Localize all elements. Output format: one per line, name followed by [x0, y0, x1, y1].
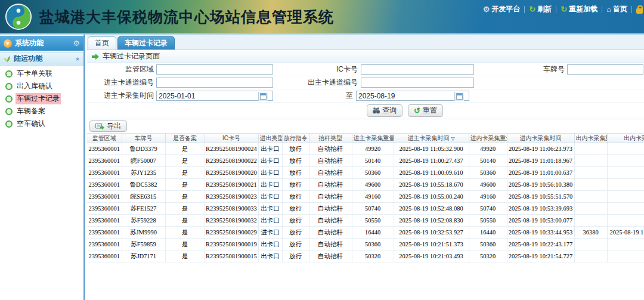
sidebar-item-车辆过卡记录[interactable]: 车辆过卡记录 [0, 92, 83, 105]
sidebar-item-车卡单关联[interactable]: 车卡单关联 [0, 67, 83, 80]
table-row[interactable]: 2395360001苏JM9990是R239525081900029进卡口放行自… [87, 227, 644, 239]
sidebar-menu: 车卡单关联出入库确认车辆过卡记录车辆备案空车确认 [0, 67, 83, 130]
query-button[interactable]: 查询 [367, 104, 402, 117]
column-header-是否备案[interactable]: 是否备案 [165, 134, 205, 143]
table-row[interactable]: 2395360001鲁DC5382是R239525081900021出卡口放行自… [87, 179, 644, 191]
column-header-label: 放行指令 [284, 135, 308, 141]
column-header-车牌号[interactable]: 车牌号 [122, 134, 165, 143]
plate-no-input[interactable] [567, 64, 643, 75]
entry-main-lane-no-input[interactable] [156, 78, 273, 88]
column-header-监管区域[interactable]: 监管区域 [87, 134, 122, 143]
table-row[interactable]: 2395360001苏F59859是R239525081900019出卡口放行自… [87, 239, 644, 250]
table-cell: 放行 [282, 143, 309, 155]
export-button[interactable]: 导出 [89, 120, 127, 132]
table-cell: 进卡口 [258, 227, 282, 239]
column-header-出内卡采集重量[interactable]: 出内卡采集重量 [574, 134, 607, 143]
table-cell: 2395360001 [87, 155, 122, 167]
label-supervision-area: 监管区域 [87, 64, 154, 75]
table-cell: 放行 [282, 191, 309, 203]
exit-main-lane-no-input[interactable] [361, 78, 474, 88]
date-to-input[interactable] [356, 91, 469, 101]
table-cell: 放行 [282, 227, 309, 239]
column-header-进内卡采集时间[interactable]: 进内卡采集时间 [507, 134, 574, 143]
top-link-刷新[interactable]: ↻刷新 [529, 4, 552, 14]
table-cell: 50360 [352, 167, 394, 179]
date-to-field [356, 91, 465, 101]
column-header-进内卡采集重量[interactable]: 进内卡采集重量 [469, 134, 507, 143]
column-header-出内卡采集时间[interactable]: 出内卡采集时间 [607, 134, 644, 143]
sidebar-item-出入库确认[interactable]: 出入库确认 [0, 80, 83, 92]
nav-divider [631, 6, 632, 13]
supervision-area-input[interactable] [156, 64, 273, 75]
table-row[interactable]: 2395360001苏JD7171是R239525081900015出卡口放行自… [87, 250, 644, 262]
column-header-label: IC卡号 [222, 135, 240, 141]
table-cell: 是 [165, 167, 205, 179]
table-cell: 2025-08-19 11:02 [607, 227, 644, 239]
table-cell [607, 203, 644, 215]
table-row[interactable]: 2395360001鲁DD3379是R239525081900024出卡口放行自… [87, 143, 644, 155]
table-cell: 是 [165, 250, 205, 262]
column-header-进主卡采集重量[interactable]: 进主卡采集重量 [352, 134, 394, 143]
sidebar-item-label: 车卡单关联 [16, 68, 54, 79]
top-link-label: 首页 [613, 4, 627, 14]
table-cell [607, 143, 644, 155]
table-cell: 2025-08-19 10:52:48.080 [394, 203, 469, 215]
table-cell: R239525081900019 [205, 239, 258, 250]
top-link-label: 重新加载 [569, 4, 597, 14]
table-cell: 自动抬杆 [309, 250, 352, 262]
table-cell: 是 [165, 179, 205, 191]
table-cell: 2025-08-19 11:05:32.900 [394, 143, 469, 155]
column-header-label: 抬杆类型 [318, 135, 342, 141]
gear-icon[interactable]: ⚙ [73, 39, 80, 48]
column-header-放行指令[interactable]: 放行指令 [282, 134, 309, 143]
tab-home[interactable]: 首页 [88, 36, 116, 50]
table-row[interactable]: 2395360001苏FE1527是R239525081900033出卡口放行自… [87, 203, 644, 215]
table-cell: 50320 [352, 250, 394, 262]
top-link-开发平台[interactable]: ⚙开发平台 [483, 4, 521, 14]
table-cell: 放行 [282, 239, 309, 250]
leaf-icon [4, 55, 11, 63]
top-link-重新加载[interactable]: ↻重新加载 [561, 4, 597, 14]
top-link-首页[interactable]: ⌂首页 [606, 4, 627, 14]
table-cell [607, 250, 644, 262]
refresh-icon: ↻ [529, 5, 535, 13]
bullet-icon [5, 95, 13, 103]
sidebar-section-header[interactable]: 陆运功能 « [0, 52, 83, 66]
table-cell: 自动抬杆 [309, 179, 352, 191]
calendar-icon[interactable] [258, 92, 268, 101]
reset-button[interactable]: ↺ 重置 [408, 104, 443, 117]
table-cell [607, 155, 644, 167]
column-header-进出类型[interactable]: 进出类型 [258, 134, 282, 143]
table-cell: 49600 [352, 179, 394, 191]
table-row[interactable]: 2395360001皖F50007是R239525081900022出卡口放行自… [87, 155, 644, 167]
collapse-chevron-icon[interactable]: « [75, 57, 82, 60]
table-cell: 自动抬杆 [309, 143, 352, 155]
gear-badge-icon: ⚙ [483, 5, 490, 13]
label-ic-card-no: IC卡号 [278, 64, 358, 75]
collapse-orb-icon[interactable]: ▾ [4, 39, 12, 48]
undo-icon: ↺ [414, 107, 420, 115]
column-header-IC卡号[interactable]: IC卡号 [205, 134, 258, 143]
column-header-label: 进内卡采集时间 [520, 135, 562, 141]
top-link-lock[interactable] [636, 5, 643, 14]
form-buttons-row: 查询 ↺ 重置 [87, 103, 644, 119]
table-cell: 16440 [469, 227, 507, 239]
table-row[interactable]: 2395360001苏JY1235是R239525081900020出卡口放行自… [87, 167, 644, 179]
date-from-input[interactable] [156, 91, 273, 101]
sidebar-item-车辆备案[interactable]: 车辆备案 [0, 105, 83, 117]
sidebar-item-空车确认[interactable]: 空车确认 [0, 117, 83, 130]
tab-vehicle-pass-records[interactable]: 车辆过卡记录 [117, 36, 175, 50]
column-header-label: 监管区域 [92, 135, 116, 141]
table-row[interactable]: 2395360001苏F59228是R239525081900032出卡口放行自… [87, 215, 644, 227]
table-row[interactable]: 2395360001皖SE6315是R239525081900023出卡口放行自… [87, 191, 644, 203]
table-cell: 2025-08-19 10:55:51.570 [507, 191, 574, 203]
arrow-icon [92, 54, 99, 60]
ic-card-no-input[interactable] [361, 64, 474, 75]
table-cell: 50360 [352, 239, 394, 250]
calendar-icon[interactable] [454, 92, 464, 101]
column-header-进主卡采集时间[interactable]: 进主卡采集时间▽ [394, 134, 469, 143]
column-header-抬杆类型[interactable]: 抬杆类型 [309, 134, 352, 143]
table-cell: 出卡口 [258, 143, 282, 155]
sidebar-header[interactable]: ▾ 系统功能 ⚙ [0, 36, 83, 51]
table-cell: R239525081900033 [205, 203, 258, 215]
